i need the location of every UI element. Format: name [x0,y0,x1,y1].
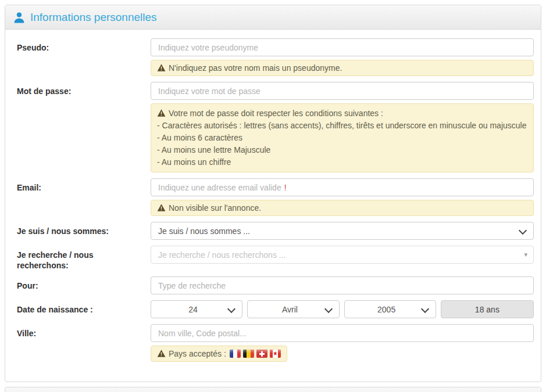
birthdate-row: Date de naissance : 24 Avril [12,300,534,318]
page-title: Informations personnelles [30,11,157,24]
warning-icon [157,348,166,359]
password-rule: - Au moins une lettre Majuscule [157,144,527,156]
password-label: Mot de passe: [12,82,151,172]
seeking-select-value: Je recherche / nous recherchons ... [158,250,286,260]
password-row: Mot de passe: Votre mot de passe doit re… [12,82,534,172]
password-rule: - Caractères autorisés : lettres (sans a… [157,120,527,132]
accepted-countries [227,350,281,358]
email-field[interactable]: Indiquez une adresse email valide ! [151,178,534,196]
pour-label: Pour: [12,276,151,294]
pseudo-label: Pseudo: [12,38,151,76]
belgium-flag-icon [243,350,254,358]
ville-warning-text: Pays acceptés : [169,349,226,358]
email-placeholder-mark: ! [284,183,287,192]
personal-info-header: Informations personnelles [5,5,541,30]
password-rule: - Au moins un chiffre [157,156,527,168]
iam-row: Je suis / nous sommes: Je suis / nous so… [12,222,534,240]
search-type-input[interactable] [151,276,534,294]
switzerland-flag-icon [256,350,267,358]
month-select[interactable]: Avril [247,300,339,318]
pseudo-warning: N'indiquez pas votre nom mais un pseudon… [151,60,534,76]
day-select-wrap: 24 [151,300,242,318]
city-input[interactable] [151,324,534,342]
pseudo-warning-text: N'indiquez pas votre nom mais un pseudon… [169,63,342,73]
month-select-wrap: Avril [247,300,339,318]
seeking-row: Je recherche / nous recherchons: Je rech… [12,246,534,271]
year-select-wrap: 2005 [344,300,436,318]
age-badge: 18 ans [441,300,534,318]
pseudo-input[interactable] [151,38,534,56]
email-row: Email: Indiquez une adresse email valide… [12,178,534,216]
warning-icon [157,202,166,214]
user-icon [13,12,25,23]
day-select[interactable]: 24 [151,300,242,318]
password-warning-intro: Votre mot de passe doit respecter les co… [169,109,383,118]
personal-info-body: Pseudo: N'indiquez pas votre nom mais un… [5,30,541,382]
annonce-panel: Votre annonce [5,387,541,392]
warning-icon [157,62,166,74]
seeking-select[interactable]: Je recherche / nous recherchons ... ▾ [151,246,534,264]
pour-row: Pour: [12,276,534,294]
password-rule: - Au moins 6 caractères [157,132,527,144]
iam-select-wrap: Je suis / nous sommes ... [151,222,534,240]
email-warning: Non visible sur l'annonce. [151,200,534,216]
year-select[interactable]: 2005 [344,300,436,318]
iam-label: Je suis / nous sommes: [12,222,151,240]
password-input[interactable] [151,82,534,100]
chevron-down-icon: ▾ [524,251,527,258]
annonce-header: Votre annonce [5,387,541,392]
iam-select[interactable]: Je suis / nous sommes ... [151,222,534,240]
ville-row: Ville: Pays acceptés : [12,324,534,362]
birthdate-label: Date de naissance : [12,300,151,318]
canada-flag-icon [270,350,281,358]
france-flag-icon [230,350,241,358]
ville-label: Ville: [12,324,151,362]
email-warning-text: Non visible sur l'annonce. [169,203,261,213]
personal-info-panel: Informations personnelles Pseudo: N'indi… [5,5,541,382]
email-label: Email: [12,178,151,216]
ville-warning: Pays acceptés : [151,346,287,362]
email-placeholder: Indiquez une adresse email valide [158,183,281,192]
seeking-label: Je recherche / nous recherchons: [12,246,151,271]
warning-icon [157,107,166,120]
pseudo-row: Pseudo: N'indiquez pas votre nom mais un… [12,38,534,76]
password-warning: Votre mot de passe doit respecter les co… [151,103,534,172]
